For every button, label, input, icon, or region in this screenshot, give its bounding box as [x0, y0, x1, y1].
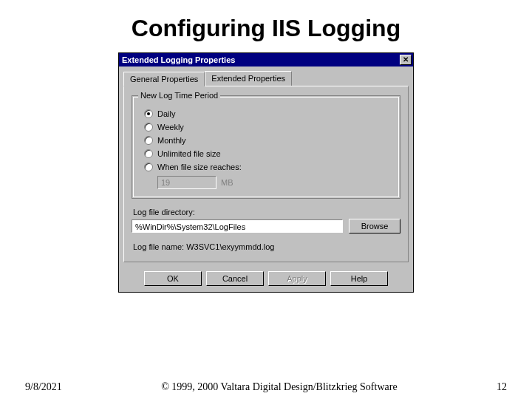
log-dir-label: Log file directory:: [133, 208, 400, 216]
radio-label-daily: Daily: [157, 109, 175, 118]
radio-icon: [144, 136, 153, 145]
footer-date: 9/8/2021: [25, 381, 62, 393]
help-button[interactable]: Help: [330, 271, 388, 286]
size-row: 19 MB: [157, 176, 392, 189]
ok-button[interactable]: OK: [144, 271, 202, 286]
log-dir-row: %WinDir%\System32\LogFiles Browse: [132, 219, 400, 233]
slide-footer: 9/8/2021 © 1999, 2000 Valtara Digital De…: [0, 381, 532, 393]
radio-label-monthly: Monthly: [157, 136, 186, 145]
dialog-window: Extended Logging Properties ✕ General Pr…: [118, 52, 414, 293]
radio-weekly[interactable]: Weekly: [144, 123, 392, 132]
tab-general-properties[interactable]: General Properties: [123, 72, 205, 86]
footer-copyright: © 1999, 2000 Valtara Digital Design/Blit…: [62, 381, 497, 393]
radio-icon: [144, 149, 153, 158]
dialog-buttons: OK Cancel Apply Help: [119, 267, 413, 292]
browse-button[interactable]: Browse: [349, 219, 400, 233]
footer-page-number: 12: [497, 381, 507, 393]
radio-icon: [144, 123, 153, 132]
group-legend: New Log Time Period: [138, 91, 220, 100]
radio-label-when-size: When file size reaches:: [157, 163, 242, 171]
size-unit-label: MB: [221, 178, 233, 187]
tabs-row: General Properties Extended Properties: [119, 66, 413, 86]
radio-icon: [144, 109, 153, 118]
apply-button[interactable]: Apply: [268, 271, 326, 286]
radio-monthly[interactable]: Monthly: [144, 136, 392, 145]
slide-title: Configuring IIS Logging: [0, 15, 532, 42]
radio-daily[interactable]: Daily: [144, 109, 392, 118]
log-dir-input[interactable]: %WinDir%\System32\LogFiles: [132, 219, 343, 233]
close-button[interactable]: ✕: [400, 55, 412, 65]
log-filename-label: Log file name: W3SVC1\exyymmdd.log: [133, 242, 400, 251]
radio-label-weekly: Weekly: [157, 123, 184, 132]
tab-extended-properties[interactable]: Extended Properties: [205, 71, 292, 86]
group-new-log-time-period: New Log Time Period Daily Weekly Monthly…: [132, 95, 400, 199]
radio-when-size[interactable]: When file size reaches:: [144, 163, 392, 171]
titlebar-text: Extended Logging Properties: [122, 55, 235, 64]
size-input: 19: [157, 176, 216, 189]
tab-panel: New Log Time Period Daily Weekly Monthly…: [123, 86, 409, 262]
radio-unlimited[interactable]: Unlimited file size: [144, 149, 392, 158]
titlebar: Extended Logging Properties ✕: [119, 53, 413, 66]
radio-icon: [144, 163, 153, 171]
radio-label-unlimited: Unlimited file size: [157, 149, 221, 158]
cancel-button[interactable]: Cancel: [206, 271, 264, 286]
